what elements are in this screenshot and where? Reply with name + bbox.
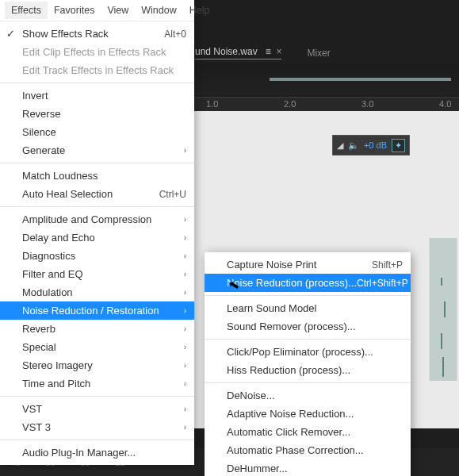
- label: Click/Pop Eliminator (process)...: [227, 346, 373, 358]
- item-match-loudness[interactable]: Match Loudness: [0, 167, 194, 185]
- separator: [205, 295, 411, 296]
- file-tab[interactable]: und Noise.wav ≡ ×: [195, 46, 281, 60]
- item-modulation[interactable]: Modulation›: [0, 283, 194, 301]
- sub-dehummer[interactable]: DeHummer...: [205, 459, 411, 476]
- item-reverb[interactable]: Reverb›: [0, 320, 194, 338]
- menu-view[interactable]: View: [101, 2, 135, 19]
- label: Stereo Imagery: [22, 359, 93, 371]
- sub-capture-noise-print[interactable]: Capture Noise Print Shift+P: [205, 255, 411, 274]
- separator: [0, 83, 194, 83]
- editor-tabs: und Noise.wav ≡ × Mixer: [195, 46, 331, 60]
- chevron-right-icon: ›: [184, 251, 186, 260]
- item-noise-reduction[interactable]: Noise Reduction / Restoration›: [0, 301, 194, 320]
- label: Show Effects Rack: [22, 28, 109, 40]
- sub-autoclick[interactable]: Automatic Click Remover...: [205, 423, 411, 441]
- label: Hiss Reduction (process)...: [227, 364, 350, 376]
- label: Noise Reduction (process)...: [227, 277, 357, 289]
- chevron-right-icon: ›: [184, 270, 186, 278]
- menu-window[interactable]: Window: [135, 2, 182, 19]
- label: Reverb: [22, 323, 55, 335]
- label: Automatic Click Remover...: [227, 426, 350, 438]
- chevron-right-icon: ›: [184, 324, 186, 333]
- label: Automatic Phase Correction...: [227, 444, 364, 456]
- item-invert[interactable]: Invert: [0, 86, 194, 105]
- pan-icon[interactable]: ◢: [337, 140, 343, 151]
- item-time-pitch[interactable]: Time and Pitch›: [0, 374, 194, 393]
- label: DeNoise...: [227, 390, 275, 401]
- sub-denoise[interactable]: DeNoise...: [205, 386, 411, 405]
- noise-reduction-submenu: Capture Noise Print Shift+P Noise Reduct…: [205, 252, 411, 476]
- chevron-right-icon: ›: [184, 379, 186, 388]
- shortcut: Ctrl+Shift+P: [357, 278, 408, 289]
- sub-noise-reduction-process[interactable]: Noise Reduction (process)... Ctrl+Shift+…: [205, 274, 411, 292]
- hud-gain[interactable]: ◢ 🔈 +0 dB ✦: [332, 135, 410, 155]
- label: Invert: [22, 90, 48, 102]
- separator: [0, 440, 194, 440]
- gain-value[interactable]: +0 dB: [364, 140, 387, 150]
- sub-hiss[interactable]: Hiss Reduction (process)...: [205, 361, 411, 379]
- item-vst3[interactable]: VST 3›: [0, 418, 194, 436]
- item-show-effects-rack[interactable]: Show Effects Rack Alt+0: [0, 25, 194, 43]
- separator: [205, 339, 411, 340]
- menu-effects[interactable]: Effects: [5, 2, 48, 19]
- file-tab-label: und Noise.wav: [195, 46, 258, 57]
- item-delay[interactable]: Delay and Echo›: [0, 228, 194, 247]
- item-special[interactable]: Special›: [0, 338, 194, 356]
- effects-menu-panel: Effects Favorites View Window Help Show …: [0, 0, 194, 465]
- volume-icon[interactable]: 🔈: [348, 140, 359, 151]
- chevron-right-icon: ›: [184, 215, 186, 224]
- item-silence[interactable]: Silence: [0, 123, 194, 141]
- label: Time and Pitch: [22, 378, 90, 390]
- label: Learn Sound Model: [227, 302, 316, 314]
- effects-dropdown: Show Effects Rack Alt+0 Edit Clip Effect…: [0, 21, 194, 465]
- item-amplitude[interactable]: Amplitude and Compression›: [0, 210, 194, 228]
- label: Sound Remover (process)...: [227, 321, 356, 332]
- label: Adaptive Noise Reduction...: [227, 408, 354, 420]
- chevron-right-icon: ›: [184, 233, 186, 242]
- menu-help[interactable]: Help: [183, 2, 216, 19]
- sub-learn-sound-model[interactable]: Learn Sound Model: [205, 299, 411, 317]
- label: Delay and Echo: [22, 232, 95, 244]
- item-diagnostics[interactable]: Diagnostics›: [0, 247, 194, 265]
- chevron-right-icon: ›: [184, 423, 186, 432]
- waveform-peak: [427, 238, 459, 381]
- sub-autophase[interactable]: Automatic Phase Correction...: [205, 441, 411, 459]
- label: VST 3: [22, 421, 51, 433]
- separator: [205, 382, 411, 383]
- item-auto-heal[interactable]: Auto Heal Selection Ctrl+U: [0, 185, 194, 203]
- label: DeHummer...: [227, 463, 288, 474]
- shortcut: Shift+P: [372, 259, 403, 271]
- label: Reverse: [22, 108, 60, 120]
- overview-waveform: [270, 78, 451, 81]
- sub-adaptive[interactable]: Adaptive Noise Reduction...: [205, 405, 411, 423]
- label: Edit Clip Effects in Effects Rack: [22, 46, 166, 58]
- item-stereo-imagery[interactable]: Stereo Imagery›: [0, 356, 194, 374]
- close-icon[interactable]: ×: [276, 46, 281, 57]
- sub-sound-remover[interactable]: Sound Remover (process)...: [205, 317, 411, 336]
- label: Auto Heal Selection: [22, 188, 113, 200]
- sub-clickpop[interactable]: Click/Pop Eliminator (process)...: [205, 343, 411, 361]
- pin-icon[interactable]: ✦: [392, 139, 405, 152]
- label: Capture Noise Print: [227, 259, 316, 271]
- item-filter-eq[interactable]: Filter and EQ›: [0, 265, 194, 283]
- item-generate[interactable]: Generate ›: [0, 141, 194, 159]
- separator: [0, 396, 194, 397]
- label: Amplitude and Compression: [22, 213, 151, 225]
- label: Edit Track Effects in Effects Rack: [22, 64, 174, 76]
- mixer-tab[interactable]: Mixer: [307, 48, 330, 59]
- item-edit-clip-effects: Edit Clip Effects in Effects Rack: [0, 43, 194, 61]
- item-vst[interactable]: VST›: [0, 400, 194, 418]
- label: Diagnostics: [22, 250, 75, 262]
- shortcut: Ctrl+U: [159, 189, 186, 200]
- item-reverse[interactable]: Reverse: [0, 105, 194, 123]
- separator: [0, 163, 194, 163]
- ruler-tick: 1.0: [206, 99, 218, 109]
- label: Generate: [22, 144, 65, 156]
- chevron-right-icon: ›: [184, 343, 186, 351]
- ruler-tick: 3.0: [361, 99, 373, 109]
- ruler-tick: 2.0: [284, 99, 296, 109]
- label: Audio Plug-In Manager...: [22, 447, 136, 459]
- item-plugin-manager[interactable]: Audio Plug-In Manager...: [0, 443, 194, 462]
- label: VST: [22, 403, 42, 415]
- menu-favorites[interactable]: Favorites: [48, 2, 101, 19]
